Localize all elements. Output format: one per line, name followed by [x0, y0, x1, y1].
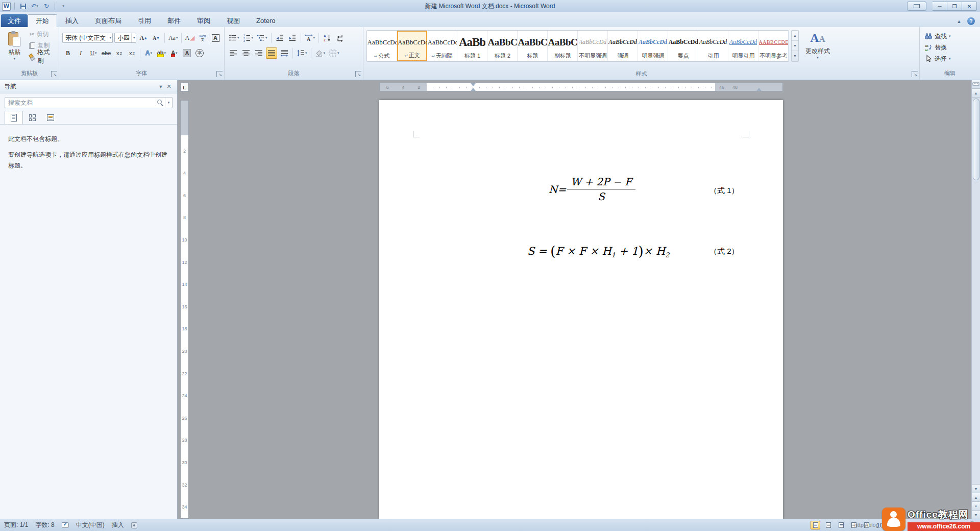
ruler-toggle-button[interactable] [972, 80, 980, 89]
format-painter-button[interactable]: 格式刷 [28, 52, 56, 62]
vertical-ruler[interactable]: 246810121416182022242628303234 [180, 100, 189, 519]
find-button[interactable]: 查找▾ [923, 31, 977, 41]
superscript-button[interactable]: x2 [126, 47, 137, 59]
minimize-ribbon-icon[interactable]: ▲ [955, 18, 963, 25]
word-app-icon[interactable]: W [2, 2, 11, 11]
redo-button[interactable]: ↻ [42, 2, 51, 11]
web-layout-view-button[interactable] [836, 521, 846, 529]
tab-browse-pages[interactable] [23, 111, 41, 124]
full-screen-reading-view-button[interactable] [823, 521, 833, 529]
sort-button[interactable] [322, 32, 333, 43]
tab-browse-headings[interactable] [5, 111, 23, 124]
customize-qat-button[interactable]: ▾ [59, 2, 68, 11]
gallery-scroll-up-icon[interactable]: ▲ [792, 31, 798, 41]
tab-browse-results[interactable] [41, 111, 60, 124]
ribbon-tab[interactable]: 邮件 [159, 14, 189, 27]
language-indicator[interactable]: 中文(中国) [76, 521, 105, 529]
bullets-button[interactable]: ▾ [228, 32, 240, 43]
page-indicator[interactable]: 页面: 1/1 [4, 521, 28, 529]
paste-button[interactable]: 粘贴 ▾ [3, 29, 26, 67]
borders-button[interactable]: ▾ [328, 47, 340, 59]
search-input[interactable] [5, 99, 156, 106]
style-item[interactable]: AaBbCcDd 明显引用 [728, 31, 758, 61]
style-item[interactable]: AaBb 标题 1 [457, 31, 487, 61]
help-icon[interactable]: ? [967, 17, 975, 25]
undo-button[interactable]: ↶▾ [30, 2, 39, 11]
character-border-button[interactable]: A [210, 32, 221, 43]
ribbon-tab[interactable]: 开始 [28, 14, 57, 27]
justify-button[interactable] [266, 47, 277, 59]
tab-stop-selector[interactable]: L [180, 83, 189, 91]
ribbon-tab[interactable]: 审阅 [189, 14, 218, 27]
text-effects-button[interactable]: A▾ [143, 47, 154, 59]
show-hide-marks-button[interactable] [334, 32, 346, 43]
ribbon-tab[interactable]: 引用 [130, 14, 159, 27]
proofing-status[interactable] [62, 522, 69, 528]
left-indent-marker[interactable] [471, 85, 476, 91]
style-item[interactable]: AaBbCcDd 要点 [668, 31, 698, 61]
enclose-characters-button[interactable]: 字 [194, 47, 205, 59]
gallery-scroll-down-icon[interactable]: ▼ [792, 41, 798, 51]
distribute-button[interactable] [279, 47, 290, 59]
font-dialog-launcher[interactable]: ↘ [216, 71, 223, 77]
grow-font-button[interactable]: A▲ [138, 32, 149, 43]
search-options-icon[interactable]: ▾ [165, 98, 172, 108]
word-count[interactable]: 字数: 8 [35, 521, 54, 529]
font-size-combo[interactable]: 小四▾ [114, 33, 136, 43]
clipboard-dialog-launcher[interactable]: ↘ [51, 71, 57, 77]
scroll-up-icon[interactable]: ▲ [972, 89, 980, 98]
ribbon-tab[interactable]: 页面布局 [87, 14, 130, 27]
navigation-pane-options-icon[interactable]: ▼ [157, 83, 165, 91]
gallery-expand-icon[interactable]: ▼ [792, 51, 798, 61]
replace-button[interactable]: 替换 [923, 42, 977, 53]
multilevel-list-button[interactable]: ▾ [256, 32, 268, 43]
ribbon-tab[interactable]: 视图 [218, 14, 248, 27]
tab-file[interactable]: 文件 [1, 14, 28, 27]
style-item[interactable]: AaBbCcDd ↵正文 [397, 31, 427, 61]
ribbon-tab[interactable]: Zotero [248, 14, 284, 27]
restore-button[interactable]: ❐ [947, 2, 962, 11]
horizontal-ruler[interactable]: 642 4648 [379, 83, 783, 91]
cut-button[interactable]: ✂剪切 [28, 29, 56, 39]
print-layout-view-button[interactable] [811, 521, 820, 529]
insert-mode-indicator[interactable]: 插入 [112, 521, 124, 529]
paragraph-dialog-launcher[interactable]: ↘ [355, 71, 361, 77]
macro-record-button[interactable] [131, 522, 137, 528]
align-left-button[interactable] [228, 47, 239, 59]
shrink-font-button[interactable]: A▼ [151, 32, 162, 43]
underline-button[interactable]: U▾ [88, 47, 99, 59]
numbering-button[interactable]: ▾ [242, 32, 255, 43]
phonetic-guide-button[interactable]: wén文 [197, 32, 208, 43]
save-button[interactable] [18, 2, 28, 11]
asian-layout-button[interactable]: ▾ [304, 32, 316, 43]
align-center-button[interactable] [240, 47, 252, 59]
display-tool-button[interactable] [907, 2, 926, 11]
decrease-indent-button[interactable] [274, 32, 285, 43]
scroll-down-icon[interactable]: ▼ [972, 484, 980, 493]
style-item[interactable]: AaBbCcDd 强调 [608, 31, 638, 61]
style-item[interactable]: AaBbC 副标题 [548, 31, 578, 61]
highlight-color-button[interactable]: ab▾ [156, 47, 167, 59]
style-item[interactable]: AaBbC 标题 2 [487, 31, 518, 61]
clear-formatting-button[interactable]: A◢ [184, 32, 195, 43]
style-item[interactable]: AaBbC 标题 [518, 31, 548, 61]
align-right-button[interactable] [253, 47, 264, 59]
close-button[interactable]: ✕ [962, 2, 977, 11]
change-styles-button[interactable]: AA 更改样式 ▾ [801, 30, 835, 68]
line-spacing-button[interactable]: ▾ [296, 47, 308, 59]
style-item[interactable]: AABBCCDD 不明显参考 [758, 31, 789, 61]
style-item[interactable]: AaBbCcDd 明显强调 [638, 31, 668, 61]
vertical-scrollbar[interactable]: ▲ ▼ ▲ ● ▼ [971, 80, 980, 519]
previous-page-icon[interactable]: ▲ [972, 493, 980, 501]
formula-1[interactable]: N= W + 2P − F S [549, 176, 635, 203]
character-shading-button[interactable]: A [181, 47, 192, 59]
increase-indent-button[interactable] [287, 32, 298, 43]
minimize-button[interactable]: ─ [933, 2, 947, 11]
select-button[interactable]: 选择▾ [923, 54, 977, 64]
navigation-pane-close-icon[interactable]: ✕ [165, 83, 173, 91]
style-item[interactable]: AaBbCcDd 不明显强调 [578, 31, 608, 61]
bold-button[interactable]: B [62, 47, 74, 59]
styles-dialog-launcher[interactable]: ↘ [912, 71, 918, 77]
scrollbar-thumb[interactable] [973, 99, 979, 180]
strikethrough-button[interactable]: abe [101, 47, 112, 59]
